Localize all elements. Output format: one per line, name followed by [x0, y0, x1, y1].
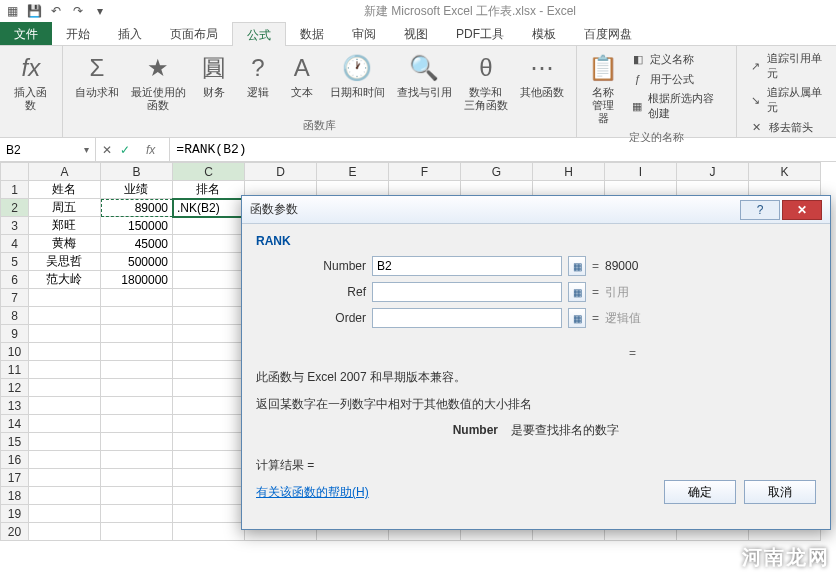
cell-B8[interactable]: [101, 307, 173, 325]
row-header-11[interactable]: 11: [1, 361, 29, 379]
cell-B20[interactable]: [101, 523, 173, 541]
create-from-selection-button[interactable]: ▦根据所选内容创建: [626, 90, 728, 122]
text-button[interactable]: A文本: [280, 48, 324, 116]
lookup-button[interactable]: 🔍查找与引用: [391, 48, 458, 116]
cell-A9[interactable]: [29, 325, 101, 343]
col-header-I[interactable]: I: [605, 163, 677, 181]
name-manager-button[interactable]: 📋名称 管理器: [583, 48, 624, 130]
more-functions-button[interactable]: ⋯其他函数: [514, 48, 570, 116]
row-header-7[interactable]: 7: [1, 289, 29, 307]
autosum-button[interactable]: Σ自动求和: [69, 48, 125, 116]
cell-A12[interactable]: [29, 379, 101, 397]
cell-B13[interactable]: [101, 397, 173, 415]
row-header-14[interactable]: 14: [1, 415, 29, 433]
tab-baidu[interactable]: 百度网盘: [570, 22, 646, 45]
cell-B17[interactable]: [101, 469, 173, 487]
col-header-J[interactable]: J: [677, 163, 749, 181]
row-header-12[interactable]: 12: [1, 379, 29, 397]
define-name-button[interactable]: ◧定义名称: [626, 50, 728, 68]
arg-ref-picker[interactable]: ▦: [568, 282, 586, 302]
cell-B11[interactable]: [101, 361, 173, 379]
function-help-link[interactable]: 有关该函数的帮助(H): [256, 484, 369, 501]
select-all[interactable]: [1, 163, 29, 181]
cell-B3[interactable]: 150000: [101, 217, 173, 235]
row-header-16[interactable]: 16: [1, 451, 29, 469]
tab-review[interactable]: 审阅: [338, 22, 390, 45]
arg-number-input[interactable]: [372, 256, 562, 276]
dialog-help-button[interactable]: ?: [740, 200, 780, 220]
cell-A14[interactable]: [29, 415, 101, 433]
cell-B7[interactable]: [101, 289, 173, 307]
tab-formulas[interactable]: 公式: [232, 22, 286, 46]
arg-order-input[interactable]: [372, 308, 562, 328]
fx-icon[interactable]: fx: [138, 143, 163, 157]
cell-C3[interactable]: [173, 217, 245, 235]
row-header-1[interactable]: 1: [1, 181, 29, 199]
cancel-button[interactable]: 取消: [744, 480, 816, 504]
arg-order-picker[interactable]: ▦: [568, 308, 586, 328]
cell-C5[interactable]: [173, 253, 245, 271]
undo-icon[interactable]: ↶: [48, 3, 64, 19]
col-header-B[interactable]: B: [101, 163, 173, 181]
cell-C13[interactable]: [173, 397, 245, 415]
cell-C19[interactable]: [173, 505, 245, 523]
row-header-2[interactable]: 2: [1, 199, 29, 217]
arg-ref-input[interactable]: [372, 282, 562, 302]
cell-A6[interactable]: 范大岭: [29, 271, 101, 289]
name-box-dropdown-icon[interactable]: ▾: [84, 144, 89, 155]
row-header-10[interactable]: 10: [1, 343, 29, 361]
redo-icon[interactable]: ↷: [70, 3, 86, 19]
col-header-K[interactable]: K: [749, 163, 821, 181]
cell-A18[interactable]: [29, 487, 101, 505]
tab-data[interactable]: 数据: [286, 22, 338, 45]
financial-button[interactable]: 圓财务: [192, 48, 236, 116]
cell-C17[interactable]: [173, 469, 245, 487]
row-header-13[interactable]: 13: [1, 397, 29, 415]
row-header-5[interactable]: 5: [1, 253, 29, 271]
cell-C4[interactable]: [173, 235, 245, 253]
cell-C2[interactable]: .NK(B2): [173, 199, 245, 217]
row-header-8[interactable]: 8: [1, 307, 29, 325]
cell-A20[interactable]: [29, 523, 101, 541]
cell-A11[interactable]: [29, 361, 101, 379]
insert-function-button[interactable]: fx 插入函数: [6, 48, 56, 116]
name-box[interactable]: ▾: [0, 138, 96, 161]
row-header-19[interactable]: 19: [1, 505, 29, 523]
dialog-close-button[interactable]: ✕: [782, 200, 822, 220]
math-trig-button[interactable]: θ数学和 三角函数: [458, 48, 514, 116]
cell-A1[interactable]: 姓名: [29, 181, 101, 199]
remove-arrows-button[interactable]: ✕移去箭头: [745, 118, 828, 136]
cell-C15[interactable]: [173, 433, 245, 451]
tab-view[interactable]: 视图: [390, 22, 442, 45]
cell-C7[interactable]: [173, 289, 245, 307]
cell-B15[interactable]: [101, 433, 173, 451]
row-header-4[interactable]: 4: [1, 235, 29, 253]
cell-C11[interactable]: [173, 361, 245, 379]
trace-dependents-button[interactable]: ↘追踪从属单元: [745, 84, 828, 116]
tab-home[interactable]: 开始: [52, 22, 104, 45]
cell-C6[interactable]: [173, 271, 245, 289]
row-header-9[interactable]: 9: [1, 325, 29, 343]
arg-number-picker[interactable]: ▦: [568, 256, 586, 276]
recent-button[interactable]: ★最近使用的 函数: [125, 48, 192, 116]
cell-B16[interactable]: [101, 451, 173, 469]
save-icon[interactable]: 💾: [26, 3, 42, 19]
cell-B10[interactable]: [101, 343, 173, 361]
tab-file[interactable]: 文件: [0, 22, 52, 45]
name-box-input[interactable]: [6, 143, 66, 157]
cell-C8[interactable]: [173, 307, 245, 325]
trace-precedents-button[interactable]: ↗追踪引用单元: [745, 50, 828, 82]
cancel-formula-icon[interactable]: ✕: [102, 143, 112, 157]
col-header-D[interactable]: D: [245, 163, 317, 181]
tab-pdf[interactable]: PDF工具: [442, 22, 518, 45]
cell-C20[interactable]: [173, 523, 245, 541]
date-time-button[interactable]: 🕐日期和时间: [324, 48, 391, 116]
logical-button[interactable]: ?逻辑: [236, 48, 280, 116]
col-header-C[interactable]: C: [173, 163, 245, 181]
use-in-formula-button[interactable]: ƒ用于公式: [626, 70, 728, 88]
col-header-A[interactable]: A: [29, 163, 101, 181]
cell-A7[interactable]: [29, 289, 101, 307]
cell-A8[interactable]: [29, 307, 101, 325]
cell-C14[interactable]: [173, 415, 245, 433]
row-header-15[interactable]: 15: [1, 433, 29, 451]
